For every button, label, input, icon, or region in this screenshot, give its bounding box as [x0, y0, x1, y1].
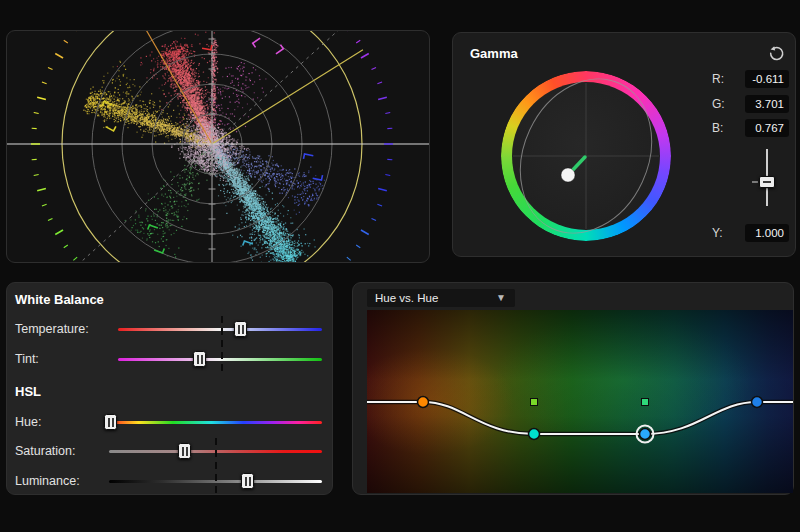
- wheel-indicator-dot[interactable]: [561, 168, 575, 182]
- slider-handle[interactable]: [178, 443, 191, 459]
- slider-handle[interactable]: [193, 351, 206, 367]
- white-balance-panel: White Balance HSL Temperature:Tint:Hue:S…: [6, 282, 333, 495]
- slider-track[interactable]: [118, 328, 322, 331]
- slider-label: Temperature:: [15, 322, 89, 336]
- chevron-down-icon: ▼: [496, 289, 506, 306]
- center-detent-mark: [221, 316, 223, 374]
- blue-field-row: B: 0.767: [453, 119, 797, 137]
- undo-circular-arrow-icon: [767, 45, 785, 63]
- slider-label: Saturation:: [15, 444, 75, 458]
- center-detent-mark: [215, 438, 217, 494]
- slider-label: Luminance:: [15, 474, 80, 488]
- handle-grip: [182, 447, 188, 456]
- master-wheel-slider-handle[interactable]: [759, 176, 775, 188]
- hsl-heading: HSL: [15, 384, 41, 399]
- slider-handle[interactable]: [234, 321, 247, 337]
- master-wheel-slider-tick: [752, 181, 758, 183]
- blue-value-box[interactable]: 0.767: [745, 119, 789, 137]
- green-label: G:: [712, 97, 725, 111]
- target-box-green: [142, 225, 170, 253]
- target-box-magenta: [253, 31, 284, 61]
- handle-slot: [763, 181, 771, 183]
- slider-label: Hue:: [15, 415, 41, 429]
- slider-label: Tint:: [15, 352, 39, 366]
- white-balance-heading: White Balance: [15, 292, 104, 307]
- curve-anchor[interactable]: [640, 429, 651, 440]
- handle-grip: [197, 355, 203, 364]
- green-value-box[interactable]: 3.701: [745, 95, 789, 113]
- hue-square-marker[interactable]: [642, 399, 649, 406]
- handle-grip: [245, 477, 251, 486]
- hue-square-marker[interactable]: [531, 399, 538, 406]
- gamma-panel: Gamma R: -0.611 G: 3.701 B: 0.767 Y: [452, 32, 796, 257]
- slider-track[interactable]: [118, 358, 322, 361]
- red-field-row: R: -0.611: [453, 70, 797, 88]
- hue-curve-editor[interactable]: [367, 310, 793, 493]
- green-field-row: G: 3.701: [453, 95, 797, 113]
- target-box-blue: [300, 154, 326, 180]
- vectorscope-panel: [6, 30, 430, 263]
- curve-mode-dropdown[interactable]: Hue vs. Hue ▼: [367, 289, 515, 307]
- luma-label: Y:: [712, 226, 723, 240]
- hue-curves-panel: Hue vs. Hue ▼: [352, 282, 794, 495]
- hue-curve-layer: [367, 310, 793, 493]
- handle-grip: [108, 418, 114, 427]
- gamma-panel-title: Gamma: [470, 46, 518, 61]
- curve-anchor[interactable]: [529, 429, 540, 440]
- curve-anchor[interactable]: [418, 397, 429, 408]
- slider-handle[interactable]: [241, 473, 254, 489]
- target-box-cyan: [237, 241, 265, 263]
- vectorscope-graticule: [7, 31, 430, 263]
- blue-label: B:: [712, 121, 723, 135]
- curve-mode-label: Hue vs. Hue: [375, 289, 438, 307]
- target-box-red: [189, 31, 214, 50]
- reset-button[interactable]: [767, 45, 785, 63]
- slider-handle[interactable]: [104, 414, 117, 430]
- curve-anchor[interactable]: [752, 397, 763, 408]
- handle-grip: [238, 325, 244, 334]
- red-label: R:: [712, 72, 724, 86]
- hue-curve-spline[interactable]: [367, 402, 793, 434]
- color-grading-workspace: Gamma R: -0.611 G: 3.701 B: 0.767 Y: [0, 0, 800, 532]
- luma-value-box[interactable]: 1.000: [745, 224, 789, 242]
- slider-track[interactable]: [109, 421, 322, 424]
- red-value-box[interactable]: -0.611: [745, 70, 789, 88]
- luma-field-row: Y: 1.000: [453, 224, 797, 242]
